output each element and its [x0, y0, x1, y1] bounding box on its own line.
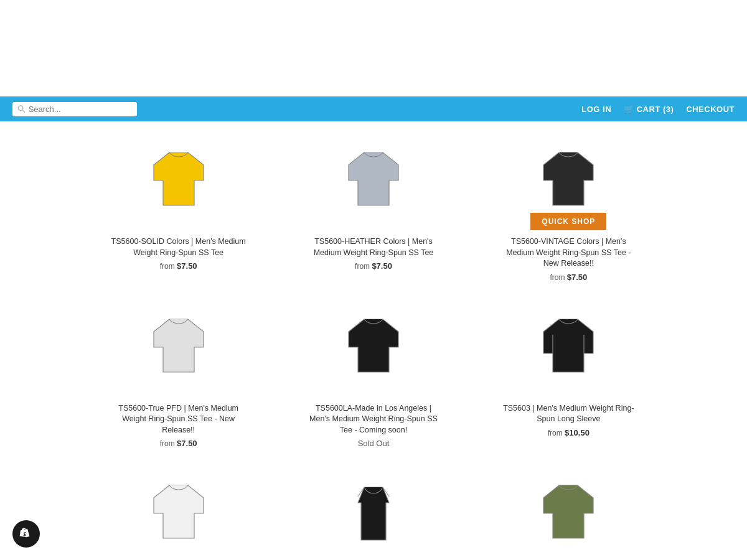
price-amount: $7.50 [567, 273, 588, 282]
cart-icon: 🛒 [624, 105, 637, 114]
product-card-p2[interactable]: TS5600-HEATHER Colors | Men's Medium Wei… [282, 134, 464, 282]
from-label: from [355, 262, 372, 271]
product-card-p9[interactable]: TS5613 | Men's Medium Weight Oversized F… [477, 467, 660, 560]
search-wrapper [12, 102, 137, 116]
product-title-p6: TS5603 | Men's Medium Weight Ring-Spun L… [500, 403, 637, 425]
product-price-p6: from $10.50 [548, 428, 590, 437]
product-image-p5 [282, 301, 464, 397]
top-spacer [0, 0, 747, 96]
price-amount: $7.50 [372, 261, 392, 271]
search-box[interactable] [12, 102, 137, 116]
from-label: from [160, 439, 177, 448]
product-title-p1: TS5600-SOLID Colors | Men's Medium Weigh… [110, 236, 247, 258]
product-image-p3: QUICK SHOP [477, 134, 660, 230]
product-image-p6 [477, 301, 660, 397]
checkout-link[interactable]: CHECKOUT [686, 105, 735, 114]
from-label: from [160, 262, 177, 271]
product-price-p3: from $7.50 [550, 273, 587, 282]
product-card-p5[interactable]: TS5600LA-Made in Los Angeles | Men's Med… [282, 301, 464, 449]
product-image-p9 [477, 467, 660, 560]
svg-point-0 [18, 106, 23, 111]
shopify-icon [19, 527, 33, 541]
products-grid: TS5600-SOLID Colors | Men's Medium Weigh… [75, 134, 672, 560]
price-amount: $10.50 [565, 428, 590, 437]
nav-links: LOG IN 🛒 CART (3) CHECKOUT [581, 105, 735, 114]
price-amount: $7.50 [177, 261, 197, 271]
search-icon [17, 105, 26, 113]
product-title-p3: TS5600-VINTAGE Colors | Men's Medium Wei… [500, 236, 637, 269]
from-label: from [550, 273, 566, 282]
product-title-p2: TS5600-HEATHER Colors | Men's Medium Wei… [305, 236, 442, 258]
product-image-p1 [87, 134, 270, 230]
shopify-badge[interactable] [12, 520, 40, 548]
log-in-link[interactable]: LOG IN [581, 105, 611, 114]
price-amount: $7.50 [177, 439, 197, 448]
product-card-p7[interactable]: TS5604 | Men's Medium Weight Ring-Spun S… [87, 467, 270, 560]
product-card-p6[interactable]: TS5603 | Men's Medium Weight Ring-Spun L… [477, 301, 660, 449]
product-image-p2 [282, 134, 464, 230]
navigation-bar: LOG IN 🛒 CART (3) CHECKOUT [0, 96, 747, 121]
product-title-p5: TS5600LA-Made in Los Angeles | Men's Med… [305, 403, 442, 436]
cart-link[interactable]: 🛒 CART (3) [624, 105, 674, 114]
product-image-p7 [87, 467, 270, 560]
product-price-p4: from $7.50 [160, 439, 197, 448]
product-card-p8[interactable]: TS5607 | Men's Medium Weight Ring-Spun T… [282, 467, 464, 560]
svg-line-1 [22, 110, 25, 113]
product-image-p8 [282, 467, 464, 560]
from-label: from [548, 429, 565, 437]
product-price-p2: from $7.50 [355, 261, 392, 271]
product-title-p4: TS5600-True PFD | Men's Medium Weight Ri… [110, 403, 247, 436]
product-card-p1[interactable]: TS5600-SOLID Colors | Men's Medium Weigh… [87, 134, 270, 282]
product-card-p3[interactable]: QUICK SHOPTS5600-VINTAGE Colors | Men's … [477, 134, 660, 282]
quick-shop-button-p3[interactable]: QUICK SHOP [530, 213, 606, 230]
product-image-p4 [87, 301, 270, 397]
product-price-p1: from $7.50 [160, 261, 197, 271]
product-price-p5: Sold Out [358, 439, 390, 448]
product-card-p4[interactable]: TS5600-True PFD | Men's Medium Weight Ri… [87, 301, 270, 449]
search-input[interactable] [29, 105, 132, 114]
